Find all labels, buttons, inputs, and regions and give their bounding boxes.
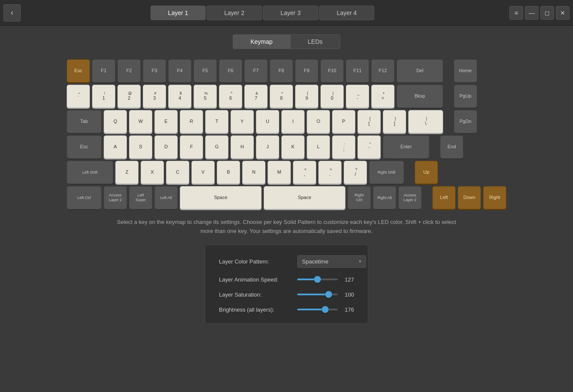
key-4-9[interactable]: >.	[318, 161, 342, 184]
key-2-6[interactable]: Y	[231, 110, 254, 133]
key-1-5[interactable]: %5	[194, 85, 217, 108]
key-2-2[interactable]: W	[129, 110, 152, 133]
key-5-10[interactable]: Down	[458, 186, 481, 209]
tab-layer2[interactable]: Layer 2	[206, 6, 262, 20]
key-3-8[interactable]: K	[281, 135, 305, 159]
key-0-10[interactable]: F10	[320, 59, 344, 83]
key-2-11[interactable]: {[	[357, 110, 381, 133]
key-3-7[interactable]: J	[256, 135, 279, 159]
key-0-14[interactable]: Home	[454, 59, 477, 83]
key-1-7[interactable]: &7	[244, 85, 268, 108]
key-1-6[interactable]: ^6	[219, 85, 242, 108]
key-3-6[interactable]: H	[231, 135, 254, 159]
key-0-2[interactable]: F2	[117, 59, 141, 83]
brightness-slider[interactable]	[297, 309, 338, 310]
key-1-10[interactable]: )0	[320, 85, 344, 108]
key-2-3[interactable]: E	[154, 110, 178, 133]
key-3-2[interactable]: S	[129, 135, 152, 159]
key-2-5[interactable]: T	[205, 110, 228, 133]
key-1-8[interactable]: *8	[270, 85, 293, 108]
key-0-4[interactable]: F4	[168, 59, 191, 83]
slider-thumb[interactable]	[325, 291, 332, 298]
key-1-12[interactable]: +=	[371, 85, 394, 108]
key-2-14[interactable]: PgDn	[454, 110, 477, 133]
key-4-3[interactable]: C	[166, 161, 189, 184]
key-3-11[interactable]: "'	[357, 135, 381, 159]
key-2-10[interactable]: P	[332, 110, 355, 133]
key-0-0[interactable]: Esc	[67, 59, 90, 83]
key-3-5[interactable]: G	[205, 135, 228, 159]
tab-leds[interactable]: LEDs	[290, 34, 340, 49]
key-3-1[interactable]: A	[104, 135, 127, 159]
saturation-slider[interactable]	[297, 294, 338, 295]
key-1-9[interactable]: (9	[295, 85, 318, 108]
key-0-12[interactable]: F12	[371, 59, 394, 83]
key-4-2[interactable]: X	[141, 161, 164, 184]
key-1-2[interactable]: @2	[117, 85, 141, 108]
key-0-6[interactable]: F6	[219, 59, 242, 83]
key-5-1[interactable]: Access Layer 2	[104, 186, 127, 209]
menu-button[interactable]: ≡	[509, 6, 523, 20]
close-button[interactable]: ✕	[556, 6, 570, 20]
key-0-13[interactable]: Del	[397, 59, 443, 83]
key-5-9[interactable]: Left	[432, 186, 456, 209]
key-0-11[interactable]: F11	[346, 59, 369, 83]
key-5-11[interactable]: Right	[483, 186, 506, 209]
key-2-7[interactable]: U	[256, 110, 279, 133]
key-1-4[interactable]: $4	[168, 85, 191, 108]
key-2-12[interactable]: }]	[383, 110, 406, 133]
key-0-5[interactable]: F5	[194, 59, 217, 83]
slider-thumb[interactable]	[322, 306, 329, 313]
color-pattern-dropdown[interactable]: Spacetime ▾	[297, 255, 366, 268]
key-2-13[interactable]: |\	[408, 110, 443, 133]
key-4-1[interactable]: Z	[115, 161, 139, 184]
minimize-button[interactable]: —	[525, 6, 539, 20]
key-0-3[interactable]: F3	[143, 59, 166, 83]
key-4-4[interactable]: V	[191, 161, 215, 184]
key-0-8[interactable]: F8	[270, 59, 293, 83]
key-0-9[interactable]: F9	[295, 59, 318, 83]
key-5-7[interactable]: Right Alt	[373, 186, 396, 209]
tab-layer1[interactable]: Layer 1	[151, 6, 206, 20]
key-2-0[interactable]: Tab	[67, 110, 102, 133]
key-4-8[interactable]: <,	[293, 161, 316, 184]
key-4-10[interactable]: ?/	[344, 161, 367, 184]
key-3-9[interactable]: L	[307, 135, 330, 159]
key-5-8[interactable]: Access Layer 2	[398, 186, 422, 209]
key-3-4[interactable]: F	[180, 135, 203, 159]
key-3-3[interactable]: D	[154, 135, 178, 159]
key-2-4[interactable]: R	[180, 110, 203, 133]
key-4-6[interactable]: N	[242, 161, 265, 184]
key-4-12[interactable]: Up	[415, 161, 438, 184]
key-1-0[interactable]: ~`	[67, 85, 90, 108]
key-2-9[interactable]: O	[307, 110, 330, 133]
key-3-12[interactable]: Enter	[383, 135, 429, 159]
key-1-13[interactable]: Bksp	[397, 85, 443, 108]
key-0-7[interactable]: F7	[244, 59, 268, 83]
key-5-0[interactable]: Left Ctrl	[67, 186, 102, 209]
key-1-14[interactable]: PgUp	[454, 85, 477, 108]
tab-layer3[interactable]: Layer 3	[263, 6, 318, 20]
key-5-4[interactable]: Space	[180, 186, 262, 209]
key-4-0[interactable]: Left Shift	[67, 161, 113, 184]
key-5-6[interactable]: Right Ctrl	[348, 186, 371, 209]
key-2-8[interactable]: I	[281, 110, 305, 133]
key-1-11[interactable]: _-	[346, 85, 369, 108]
key-5-5[interactable]: Space	[264, 186, 345, 209]
key-1-3[interactable]: #3	[143, 85, 166, 108]
slider-thumb[interactable]	[314, 276, 321, 283]
key-5-2[interactable]: Left Super	[129, 186, 152, 209]
key-1-1[interactable]: !1	[92, 85, 115, 108]
key-0-1[interactable]: F1	[92, 59, 115, 83]
key-4-7[interactable]: M	[268, 161, 291, 184]
key-3-0[interactable]: Esc	[67, 135, 102, 159]
key-2-1[interactable]: Q	[104, 110, 127, 133]
back-button[interactable]: ‹	[3, 4, 21, 21]
key-3-13[interactable]: End	[440, 135, 463, 159]
maximize-button[interactable]: ◻	[540, 6, 554, 20]
key-5-3[interactable]: Left Alt	[154, 186, 178, 209]
tab-layer4[interactable]: Layer 4	[319, 6, 375, 20]
key-3-10[interactable]: :;	[332, 135, 355, 159]
key-4-11[interactable]: Right Shift	[369, 161, 404, 184]
key-4-5[interactable]: B	[217, 161, 240, 184]
